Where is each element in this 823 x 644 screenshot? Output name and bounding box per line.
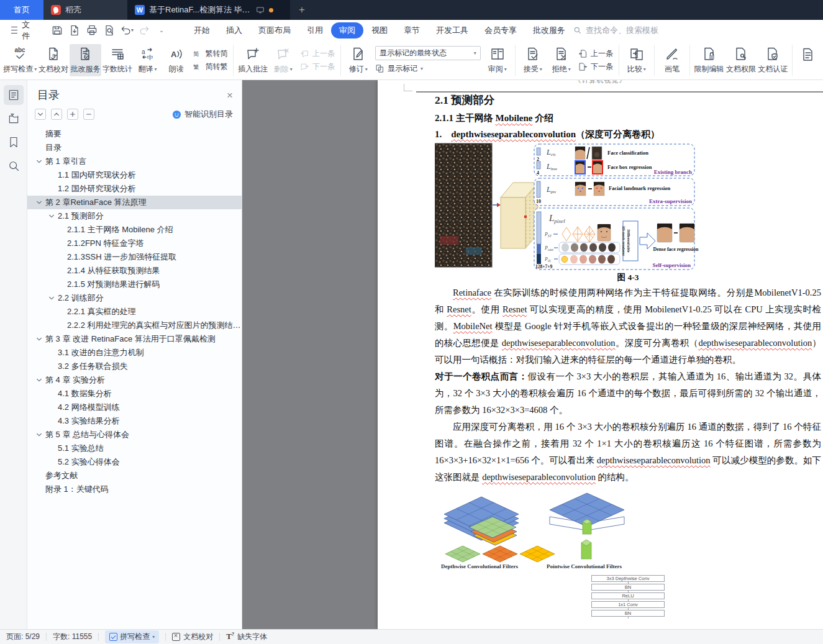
comments-panel-button[interactable] — [4, 109, 24, 129]
close-icon[interactable]: × — [227, 90, 233, 101]
toc-item[interactable]: 2.1.3SSH 进一步加强特征提取 — [27, 250, 242, 264]
toc-item[interactable]: 2.1.5 对预测结果进行解码 — [27, 278, 242, 291]
chevron-down-icon — [48, 213, 55, 219]
menu-item[interactable]: 引用 — [299, 22, 331, 39]
missing-fonts-status[interactable]: T? 缺失字体 — [226, 632, 267, 642]
svg-text:Existing branch: Existing branch — [654, 169, 692, 175]
print-preview-button[interactable] — [101, 23, 117, 38]
word-count-button[interactable]: 字数统计 — [101, 44, 133, 76]
menu-item[interactable]: 页面布局 — [250, 22, 299, 39]
reject-change-button[interactable]: 拒绝▾ — [547, 44, 576, 76]
toc-item[interactable]: 1.1 国内研究现状分析 — [27, 168, 242, 182]
toc-item[interactable]: 4.2 网络模型训练 — [27, 401, 242, 414]
toc-item[interactable]: 第 2 章RetinaFace 算法原理 — [27, 196, 242, 209]
partial-icon — [801, 47, 816, 63]
svg-text:Face classification: Face classification — [607, 150, 648, 156]
toc-item[interactable]: 5.1 实验总结 — [27, 442, 242, 455]
toc-item[interactable]: 第 1 章引言 — [27, 155, 242, 168]
quickbar-more-button[interactable]: ⌄ — [153, 23, 170, 38]
partial-button[interactable] — [796, 45, 821, 75]
doc-auth-button[interactable]: 文档认证 — [757, 44, 789, 76]
toc-item[interactable]: 4.1 数据集分析 — [27, 387, 242, 401]
toc-panel-button[interactable] — [4, 85, 24, 105]
menu-item[interactable]: 插入 — [218, 22, 250, 39]
track-changes-button[interactable]: 修订▾ — [344, 44, 373, 76]
next-comment-button[interactable]: 下一条 — [300, 61, 335, 72]
toc-item[interactable]: 第 4 章 实验分析 — [27, 373, 242, 387]
prev-comment-button[interactable]: 上一条 — [300, 48, 335, 59]
menu-item[interactable]: 审阅 — [331, 22, 363, 39]
file-menu-label: 文件 — [22, 19, 33, 42]
toc-item[interactable]: 1.2 国外研究现状分析 — [27, 182, 242, 196]
smart-toc-button[interactable]: 智能识别目录 — [172, 109, 233, 120]
toc-item[interactable]: 2.2.2 利用处理完的真实框与对应图片的预测结果 ... — [27, 319, 242, 332]
expand-all-button[interactable] — [35, 109, 46, 120]
toc-item[interactable]: 附录 1：关键代码 — [27, 483, 242, 496]
toc-item[interactable]: 参考文献 — [27, 469, 242, 483]
read-aloud-button[interactable]: A 朗读 — [161, 44, 190, 76]
proofread-status[interactable]: 文档校对 — [172, 632, 213, 642]
toc-item[interactable]: 2.2.1 真实框的处理 — [27, 305, 242, 319]
show-markup-button[interactable]: 显示标记▾ — [375, 63, 481, 74]
new-tab-button[interactable]: + — [290, 0, 314, 20]
collapse-all-button[interactable] — [51, 109, 62, 120]
zoom-in-toc-button[interactable] — [67, 109, 78, 120]
doc-permission-button[interactable]: 文档权限 — [725, 44, 757, 76]
search-panel-button[interactable] — [4, 156, 24, 176]
spellcheck-button[interactable]: abc 拼写检查▾ — [2, 44, 37, 76]
proofread-button[interactable]: a 文档校对 — [37, 44, 69, 76]
toc-item[interactable]: 目录 — [27, 141, 242, 155]
docer-tab[interactable]: 稻壳 — [43, 0, 127, 20]
prev-change-button[interactable]: 上一条 — [578, 48, 613, 59]
toc-item[interactable]: 第 3 章 改进 RetinaFace 算法用于口罩佩戴检测 — [27, 332, 242, 346]
toc-item[interactable]: 摘要 — [27, 127, 242, 141]
bookmark-panel-button[interactable] — [4, 132, 24, 152]
accept-change-button[interactable]: 接受▾ — [519, 44, 547, 76]
toc-item[interactable]: 2.1.1 主干网络 Mobilene 介绍 — [27, 223, 242, 237]
menu-item[interactable]: 视图 — [363, 22, 396, 39]
undo-button[interactable]: ▾ — [119, 23, 135, 38]
trad-to-simp-button[interactable]: 简 繁转简 — [193, 48, 227, 59]
zoom-out-toc-button[interactable] — [83, 109, 94, 120]
compare-button[interactable]: 比较▾ — [622, 44, 651, 76]
command-search[interactable]: 查找命令、搜索模板 — [573, 25, 658, 36]
toc-item[interactable]: 第 5 章 总结与心得体会 — [27, 428, 242, 442]
markup-state-dropdown[interactable]: 显示标记的最终状态▾ — [375, 46, 481, 60]
menu-item[interactable]: 会员专享 — [476, 22, 525, 39]
file-menu-button[interactable]: 文件 — [0, 19, 42, 42]
svg-text:a: a — [142, 48, 145, 55]
simp-to-trad-button[interactable]: 繁 简转繁 — [193, 61, 227, 72]
home-tab[interactable]: 首页 — [0, 0, 43, 20]
export-button[interactable] — [66, 23, 83, 38]
document-tab[interactable]: W 基于RetinaF...检测算法 毕业论文 — [127, 0, 290, 20]
toc-item[interactable]: 3.1 改进的自注意力机制 — [27, 346, 242, 360]
print-button[interactable] — [84, 23, 100, 38]
save-button[interactable] — [49, 23, 65, 38]
review-service-button[interactable]: 批改服务 — [70, 44, 101, 76]
menu-item[interactable]: 批改服务 — [525, 22, 573, 39]
brush-button[interactable]: 画笔 — [658, 44, 686, 76]
toc-item[interactable]: 5.2 实验心得体会 — [27, 455, 242, 469]
menu-item[interactable]: 章节 — [396, 22, 428, 39]
translate-button[interactable]: a中 翻译▾ — [133, 44, 161, 76]
delete-comment-button[interactable]: 删除▾ — [269, 44, 298, 76]
toc-item[interactable]: 4.3 实验结果分析 — [27, 414, 242, 428]
redo-button[interactable] — [136, 23, 152, 38]
next-change-button[interactable]: 下一条 — [578, 61, 613, 72]
toc-item[interactable]: 2.1.2FPN 特征金字塔 — [27, 237, 242, 250]
toc-item[interactable]: 3.2 多任务联合损失 — [27, 360, 242, 373]
toc-item[interactable]: 2.2 训练部分 — [27, 291, 242, 305]
insert-comment-button[interactable]: 插入批注 — [237, 44, 268, 76]
menu-item[interactable]: 开发工具 — [428, 22, 476, 39]
svg-text:Dense face regression: Dense face regression — [653, 247, 699, 252]
restrict-edit-button[interactable]: 限制编辑 — [693, 44, 725, 76]
accept-icon — [525, 46, 540, 62]
document-page[interactable]: 《计算机视觉》 2.1 预测部分 2.1.1 主干网络 Mobilene 介绍 … — [378, 80, 823, 629]
toc-item[interactable]: 2.1.4 从特征获取预测结果 — [27, 264, 242, 278]
doc-auth-icon — [765, 46, 780, 62]
reviewer-pane-button[interactable]: 审阅▾ — [483, 44, 512, 76]
checkbox-checked-icon — [109, 633, 117, 641]
toc-item[interactable]: 2.1 预测部分 — [27, 209, 242, 223]
spellcheck-toggle[interactable]: 拼写检查 ▾ — [105, 630, 159, 643]
menu-item[interactable]: 开始 — [186, 22, 218, 39]
